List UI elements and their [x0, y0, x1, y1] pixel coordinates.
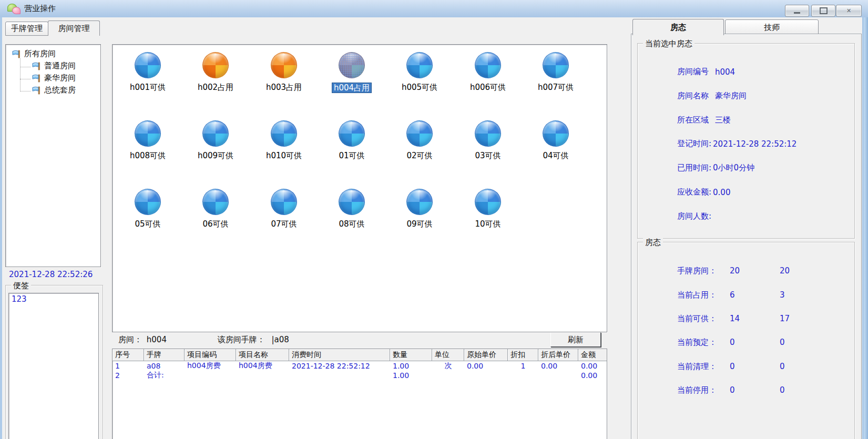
- tab-technician[interactable]: 技师: [725, 19, 819, 35]
- refresh-button[interactable]: 刷新: [550, 332, 601, 347]
- room-item-h004-selected[interactable]: h004占用: [323, 52, 381, 93]
- stat-reserved: 当前预定：00: [677, 338, 845, 348]
- table-row[interactable]: 2 合计: 1.00 0.00: [113, 371, 607, 380]
- tree-item-normal-rooms[interactable]: 普通房间: [32, 61, 76, 71]
- tree-connector: [20, 79, 30, 79]
- room-item-h007[interactable]: h007可供: [527, 52, 585, 92]
- status-groupbox: 房态 手牌房间：2020 当前占用：63 当前可供：1417 当前预定：00 当…: [637, 242, 855, 439]
- tree-item-presidential-suite[interactable]: 总统套房: [32, 85, 76, 95]
- column-header[interactable]: 项目名称: [236, 349, 289, 361]
- close-button[interactable]: ✕: [836, 5, 862, 17]
- room-icon-panel: h001可供 h002占用 h003占用 h004占用 h005可供 h006可…: [112, 44, 607, 332]
- room-item-01[interactable]: 01可供: [323, 120, 381, 160]
- room-item-h005[interactable]: h005可供: [391, 52, 448, 92]
- room-status-ball-icon: [202, 189, 229, 215]
- stat-tag-rooms: 手牌房间：2020: [677, 266, 845, 276]
- selected-room-group-title: 当前选中房态: [643, 39, 695, 49]
- tree-item-luxury-rooms[interactable]: 豪华房间: [32, 73, 76, 83]
- room-status-ball-icon: [475, 52, 501, 78]
- room-status-ball-icon: [271, 189, 297, 215]
- column-header[interactable]: 折扣: [508, 349, 538, 361]
- tree-item-all-rooms[interactable]: 所有房间: [12, 49, 56, 59]
- maximize-button[interactable]: [811, 5, 835, 17]
- room-item-h009[interactable]: h009可供: [187, 120, 244, 160]
- field-room-area: 所在区域三楼: [677, 115, 731, 125]
- column-header[interactable]: 折后单价: [538, 349, 578, 361]
- column-header[interactable]: 数量: [390, 349, 432, 361]
- tab-room-status[interactable]: 房态: [632, 19, 724, 35]
- room-status-ball-icon: [406, 189, 433, 215]
- room-item-04[interactable]: 04可供: [527, 120, 585, 160]
- tab-room-management[interactable]: 房间管理: [48, 21, 100, 36]
- room-item-10[interactable]: 10可供: [459, 189, 517, 229]
- room-status-ball-icon: [543, 52, 569, 78]
- app-window: 营业操作 ✕ 手牌管理 房间管理 所有房间 普通房间: [0, 0, 868, 439]
- room-item-h001[interactable]: h001可供: [119, 52, 177, 92]
- room-item-07[interactable]: 07可供: [255, 189, 313, 229]
- title-bar: 营业操作 ✕: [0, 0, 868, 18]
- column-header[interactable]: 金额: [578, 349, 607, 361]
- column-header[interactable]: 手牌: [144, 349, 185, 361]
- room-item-06[interactable]: 06可供: [187, 189, 244, 229]
- room-status-ball-icon: [406, 120, 433, 147]
- field-used-time: 已用时间:0小时0分钟: [677, 163, 754, 173]
- room-status-ball-icon: [271, 52, 297, 78]
- status-group-title: 房态: [643, 238, 663, 248]
- flag-icon: [32, 86, 41, 95]
- room-status-ball-icon: [339, 52, 365, 78]
- room-item-h003[interactable]: h003占用: [255, 52, 313, 92]
- room-status-ball-icon: [543, 120, 569, 147]
- room-label: 房间：: [118, 335, 142, 344]
- close-icon: ✕: [846, 8, 851, 14]
- table-row[interactable]: 1 a08 h004房费 h004房费 2021-12-28 22:52:12 …: [113, 361, 607, 371]
- window-title: 营业操作: [24, 4, 56, 14]
- clock-text: 2021-12-28 22:52:26: [9, 270, 93, 279]
- selected-room-groupbox: 当前选中房态 房间编号h004 房间名称豪华房间 所在区域三楼 登记时间:202…: [637, 43, 855, 239]
- window-border-right: [862, 17, 868, 439]
- tree-connector: [20, 58, 21, 91]
- tag-value: |a08: [271, 335, 289, 344]
- minimize-button[interactable]: [785, 5, 809, 17]
- room-item-h002[interactable]: h002占用: [187, 52, 244, 92]
- room-value: h004: [147, 335, 167, 344]
- stat-occupied: 当前占用：63: [677, 290, 845, 300]
- column-header[interactable]: 单位: [432, 349, 464, 361]
- app-icon: [7, 3, 21, 14]
- field-room-name: 房间名称豪华房间: [677, 91, 747, 101]
- room-item-05[interactable]: 05可供: [119, 189, 177, 229]
- note-groupbox: 便签 123: [5, 285, 103, 439]
- room-status-ball-icon: [202, 120, 229, 147]
- column-header[interactable]: 原始单价: [464, 349, 508, 361]
- column-header[interactable]: 消费时间: [289, 349, 390, 361]
- note-textarea[interactable]: 123: [8, 293, 99, 439]
- room-status-ball-icon: [339, 120, 365, 147]
- room-bar: 房间： h004 该房间手牌： |a08: [118, 335, 289, 345]
- room-status-ball-icon: [135, 189, 161, 215]
- room-item-h008[interactable]: h008可供: [119, 120, 177, 160]
- room-type-tree: 所有房间 普通房间 豪华房间 总统套房: [5, 44, 101, 267]
- tab-hand-tag-management[interactable]: 手牌管理: [5, 22, 48, 36]
- column-header[interactable]: 项目编码: [185, 349, 236, 361]
- tree-connector: [20, 67, 30, 67]
- room-status-ball-icon: [135, 52, 161, 78]
- field-room-number: 房间编号h004: [677, 67, 735, 77]
- room-item-03[interactable]: 03可供: [459, 120, 517, 160]
- room-status-ball-icon: [271, 120, 297, 147]
- room-status-ball-icon: [406, 52, 433, 78]
- table-header-row: 序号 手牌 项目编码 项目名称 消费时间 数量 单位 原始单价 折扣 折后单价 …: [113, 349, 607, 361]
- room-status-ball-icon: [339, 189, 365, 215]
- note-group-title: 便签: [11, 281, 31, 291]
- room-status-ball-icon: [135, 120, 161, 147]
- room-item-02[interactable]: 02可供: [391, 120, 448, 160]
- minimize-icon: [794, 12, 800, 14]
- room-status-ball-icon: [475, 189, 501, 215]
- field-receivable-amount: 应收金额:0.00: [677, 187, 730, 197]
- room-item-08[interactable]: 08可供: [323, 189, 381, 229]
- room-item-h010[interactable]: h010可供: [255, 120, 313, 160]
- stat-disabled: 当前停用：00: [677, 385, 845, 395]
- column-header[interactable]: 序号: [113, 349, 144, 361]
- room-item-h006[interactable]: h006可供: [459, 52, 517, 92]
- room-item-09[interactable]: 09可供: [391, 189, 448, 229]
- maximize-icon: [820, 7, 828, 14]
- flag-icon: [32, 74, 41, 83]
